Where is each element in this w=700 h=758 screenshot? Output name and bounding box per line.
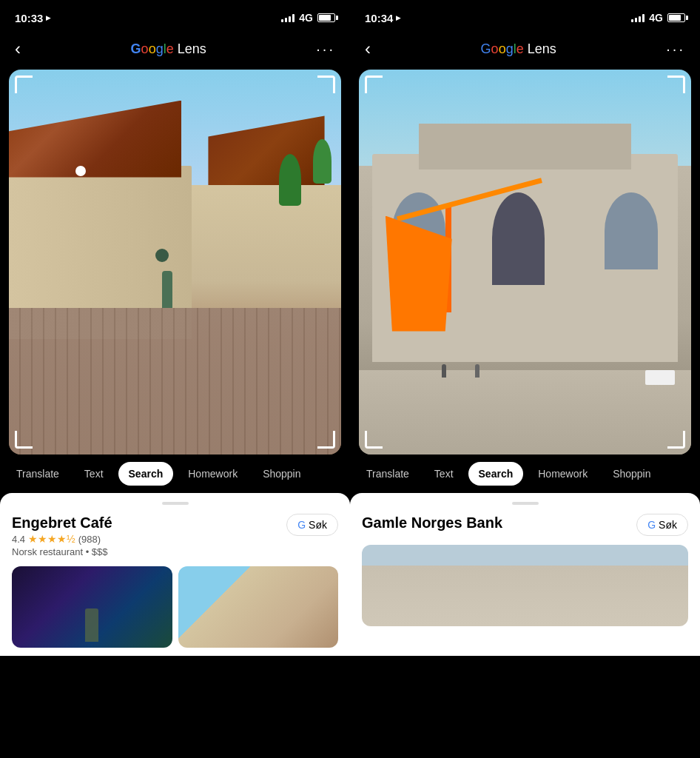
bracket-br-right xyxy=(667,431,685,449)
tab-search-left[interactable]: Search xyxy=(118,462,174,486)
roof-left xyxy=(9,101,181,178)
status-left: 10:33 ▸ xyxy=(15,12,50,24)
left-phone-panel: 10:33 ▸ 4G ‹ Google Lens ··· xyxy=(0,0,350,758)
battery-icon-right xyxy=(667,13,685,22)
tabs-bar-right: Translate Text Search Homework Shoppin xyxy=(350,455,700,493)
result-card-left: Engebret Café 4.4 ★★★★½ (988) Norsk rest… xyxy=(0,493,350,656)
arch-window-2 xyxy=(605,192,658,269)
status-right-right: 4G xyxy=(631,12,685,24)
bracket-tl-right xyxy=(365,76,383,93)
statue-head xyxy=(155,249,169,262)
location-icon-left: ▸ xyxy=(46,13,50,23)
tree-element xyxy=(313,139,332,184)
camera-viewfinder-left xyxy=(9,70,341,455)
arch-door-center xyxy=(492,192,545,285)
lens-title-right: Lens xyxy=(524,41,556,56)
app-title-left: Google Lens xyxy=(131,41,206,57)
network-type-left: 4G xyxy=(299,12,313,24)
night-statue xyxy=(85,608,98,642)
bracket-tr xyxy=(317,76,335,93)
scene-image-left xyxy=(9,70,341,455)
tree-element xyxy=(279,154,301,206)
review-count-left: (988) xyxy=(78,534,101,545)
result-card-right: Gamle Norges Bank G Søk xyxy=(350,493,700,656)
google-g-icon-right: G xyxy=(647,519,656,531)
bracket-br xyxy=(317,431,335,449)
result-subtitle-left: Norsk restaurant • $$$ xyxy=(12,546,112,557)
back-button-right[interactable]: ‹ xyxy=(362,36,374,62)
result-header-left: Engebret Café 4.4 ★★★★½ (988) Norsk rest… xyxy=(12,514,338,557)
app-title-right: Google Lens xyxy=(481,41,556,57)
status-bar-left: 10:33 ▸ 4G xyxy=(0,0,350,33)
google-wordmark-left: G xyxy=(131,41,141,56)
result-title-right: Gamle Norges Bank xyxy=(362,514,502,531)
result-image-2[interactable] xyxy=(178,566,339,648)
result-info-right: Gamle Norges Bank xyxy=(362,514,502,531)
location-icon-right: ▸ xyxy=(396,13,400,23)
rating-row-left: 4.4 ★★★★½ (988) xyxy=(12,533,112,545)
camera-viewfinder-right xyxy=(359,70,691,455)
drag-handle-left xyxy=(162,502,189,505)
search-button-label-left: Søk xyxy=(309,519,327,531)
tab-translate-left[interactable]: Translate xyxy=(6,462,70,486)
rating-number-left: 4.4 xyxy=(12,534,25,545)
more-button-right[interactable]: ··· xyxy=(663,38,688,61)
app-header-left: ‹ Google Lens ··· xyxy=(0,33,350,70)
signal-icon-left xyxy=(281,13,295,22)
focus-dot xyxy=(75,166,86,176)
bracket-tr-right xyxy=(667,76,685,93)
result-header-right: Gamle Norges Bank G Søk xyxy=(362,514,688,536)
battery-icon-left xyxy=(317,13,335,22)
signal-icon-right xyxy=(631,13,645,22)
stars-left: ★★★★½ xyxy=(28,533,75,545)
result-images-left xyxy=(12,566,338,648)
result-info-left: Engebret Café 4.4 ★★★★½ (988) Norsk rest… xyxy=(12,514,112,557)
bracket-bl xyxy=(15,431,33,449)
network-type-right: 4G xyxy=(649,12,663,24)
result-image-1[interactable] xyxy=(12,566,172,648)
person-2 xyxy=(475,364,479,378)
tab-search-right[interactable]: Search xyxy=(468,462,524,486)
google-search-button-right[interactable]: G Søk xyxy=(636,514,688,536)
search-button-label-right: Søk xyxy=(659,519,677,531)
cobblestone xyxy=(9,308,341,455)
tab-homework-right[interactable]: Homework xyxy=(528,462,598,486)
tab-translate-right[interactable]: Translate xyxy=(356,462,420,486)
tab-homework-left[interactable]: Homework xyxy=(178,462,248,486)
status-left-right: 10:34 ▸ xyxy=(365,12,400,24)
google-search-button-left[interactable]: G Søk xyxy=(286,514,338,536)
bracket-tl xyxy=(15,76,33,93)
statue-element xyxy=(162,271,172,308)
result-images-right xyxy=(362,545,688,626)
status-time-left: 10:33 xyxy=(15,12,43,24)
drag-handle-right xyxy=(512,502,539,505)
more-button-left[interactable]: ··· xyxy=(313,38,338,61)
status-bar-right: 10:34 ▸ 4G xyxy=(350,0,700,33)
result-image-norges[interactable] xyxy=(362,545,688,626)
bracket-bl-right xyxy=(365,431,383,449)
google-g-icon: G xyxy=(297,519,306,531)
plaza-ground xyxy=(359,370,691,455)
vehicle xyxy=(645,370,675,385)
tab-shopping-left[interactable]: Shoppin xyxy=(252,462,311,486)
result-title-left: Engebret Café xyxy=(12,514,112,531)
back-button-left[interactable]: ‹ xyxy=(12,36,24,62)
status-time-right: 10:34 xyxy=(365,12,393,24)
lens-title-left: Lens xyxy=(174,41,206,56)
app-header-right: ‹ Google Lens ··· xyxy=(350,33,700,70)
status-right-left: 4G xyxy=(281,12,335,24)
tab-text-left[interactable]: Text xyxy=(74,462,114,486)
tab-text-right[interactable]: Text xyxy=(424,462,464,486)
person-1 xyxy=(442,364,446,378)
tab-shopping-right[interactable]: Shoppin xyxy=(602,462,661,486)
scene-image-right xyxy=(359,70,691,455)
right-phone-panel: 10:34 ▸ 4G ‹ Google Lens ··· xyxy=(350,0,700,758)
roof-right xyxy=(208,115,324,185)
norges-pediment xyxy=(419,124,631,170)
tabs-bar-left: Translate Text Search Homework Shoppin xyxy=(0,455,350,493)
